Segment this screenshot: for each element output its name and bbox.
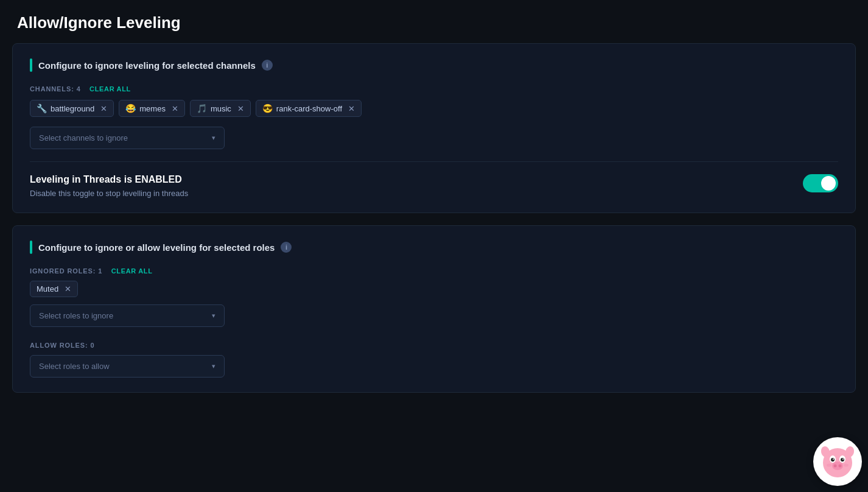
- channels-dropdown-placeholder: Select channels to ignore: [39, 133, 128, 142]
- svg-point-12: [827, 464, 831, 467]
- ignore-roles-chevron-down-icon: ▾: [212, 312, 215, 320]
- channel-tag-rank-card: 😎 rank-card-show-off ✕: [256, 100, 362, 117]
- roles-section-header: Configure to ignore or allow leveling fo…: [30, 241, 838, 254]
- threads-toggle[interactable]: [803, 174, 838, 192]
- roles-section-bar: [30, 241, 32, 254]
- memes-emoji: 😂: [125, 104, 136, 113]
- battleground-emoji: 🔧: [37, 104, 47, 113]
- section-bar: [30, 58, 32, 72]
- channel-tag-music: 🎵 music ✕: [190, 100, 251, 117]
- svg-point-6: [842, 459, 844, 460]
- muted-role-tag: Muted ✕: [30, 281, 78, 297]
- svg-point-8: [834, 465, 837, 468]
- threads-row: Leveling in Threads is ENABLED Disable t…: [30, 174, 838, 198]
- threads-title: Leveling in Threads is ENABLED: [30, 174, 188, 185]
- allow-roles-dropdown-placeholder: Select roles to allow: [39, 362, 110, 371]
- music-emoji: 🎵: [197, 104, 207, 113]
- memes-remove-button[interactable]: ✕: [169, 105, 178, 113]
- music-label: music: [211, 104, 231, 113]
- rank-card-label: rank-card-show-off: [276, 104, 342, 113]
- roles-section-title: Configure to ignore or allow leveling fo…: [38, 242, 275, 253]
- battleground-remove-button[interactable]: ✕: [98, 105, 107, 113]
- channels-tags-row: 🔧 battleground ✕ 😂 memes ✕ 🎵 music ✕ 😎 r…: [30, 100, 838, 117]
- channels-count-row: CHANNELS: 4 CLEAR ALL: [30, 83, 838, 94]
- ignored-roles-count-row: IGNORED ROLES: 1 CLEAR ALL: [30, 265, 838, 276]
- battleground-label: battleground: [51, 104, 94, 113]
- channel-tag-battleground: 🔧 battleground ✕: [30, 100, 114, 117]
- allow-roles-count-row: ALLOW ROLES: 0: [30, 339, 838, 350]
- svg-point-13: [844, 464, 849, 467]
- muted-remove-button[interactable]: ✕: [62, 285, 71, 293]
- rank-card-emoji: 😎: [262, 104, 273, 113]
- roles-card: Configure to ignore or allow leveling fo…: [12, 225, 856, 393]
- ignore-roles-dropdown-placeholder: Select roles to ignore: [39, 311, 113, 320]
- channels-chevron-down-icon: ▾: [212, 134, 215, 142]
- roles-info-icon[interactable]: i: [281, 242, 292, 253]
- threads-text: Leveling in Threads is ENABLED Disable t…: [30, 174, 188, 198]
- svg-point-5: [841, 458, 844, 462]
- divider-threads: [30, 161, 838, 162]
- svg-point-2: [831, 458, 835, 462]
- toggle-track: [803, 174, 838, 192]
- muted-label: Muted: [37, 284, 58, 293]
- svg-point-9: [839, 465, 842, 468]
- channels-section-header: Configure to ignore leveling for selecte…: [30, 58, 838, 72]
- channels-section-title: Configure to ignore leveling for selecte…: [38, 60, 256, 71]
- channels-info-icon[interactable]: i: [262, 60, 273, 71]
- allow-roles-dropdown[interactable]: Select roles to allow ▾: [30, 355, 225, 378]
- mascot-circle: [813, 437, 862, 486]
- svg-point-3: [833, 459, 834, 460]
- ignored-roles-count-label: IGNORED ROLES: 1: [30, 267, 102, 275]
- mascot: [813, 437, 868, 492]
- memes-label: memes: [139, 104, 166, 113]
- toggle-thumb: [821, 176, 836, 191]
- allow-roles-chevron-down-icon: ▾: [212, 362, 215, 370]
- allow-roles-count-label: ALLOW ROLES: 0: [30, 342, 94, 349]
- channels-dropdown[interactable]: Select channels to ignore ▾: [30, 127, 225, 149]
- music-remove-button[interactable]: ✕: [235, 105, 244, 113]
- rank-card-remove-button[interactable]: ✕: [346, 105, 355, 113]
- channels-card: Configure to ignore leveling for selecte…: [12, 43, 856, 213]
- channels-count-label: CHANNELS: 4: [30, 85, 81, 93]
- ignore-roles-dropdown[interactable]: Select roles to ignore ▾: [30, 304, 225, 327]
- channel-tag-memes: 😂 memes ✕: [119, 100, 185, 117]
- channels-clear-all-button[interactable]: CLEAR ALL: [89, 85, 131, 93]
- ignored-roles-clear-all-button[interactable]: CLEAR ALL: [111, 267, 153, 275]
- page-title: Allow/Ignore Leveling: [0, 0, 868, 43]
- threads-subtitle: Disable this toggle to stop levelling in…: [30, 189, 188, 198]
- pig-icon: [819, 443, 856, 480]
